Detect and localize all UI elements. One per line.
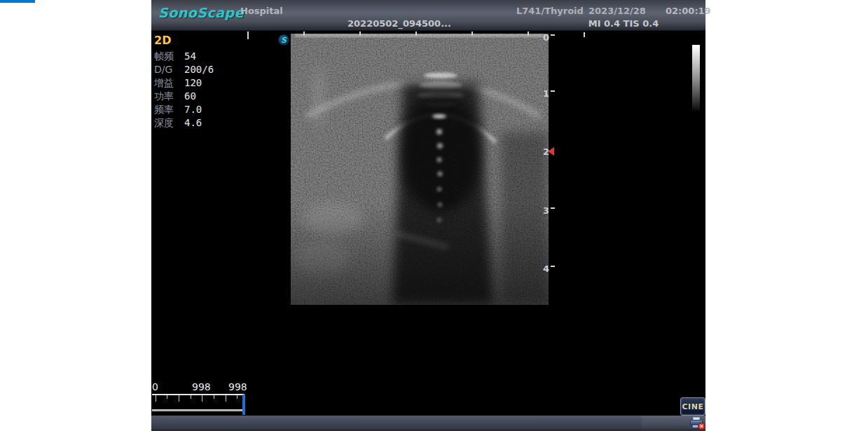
- depth-tick: [551, 34, 555, 36]
- top-ruler-tick: [471, 32, 473, 36]
- cine-tick: [226, 395, 226, 402]
- param-row-depth: 深度 4.6: [154, 117, 245, 130]
- top-ruler-tick: [359, 32, 361, 36]
- param-label: 帧频: [154, 50, 174, 63]
- depth-mark-4: 4: [537, 264, 549, 274]
- mode-label: 2D: [154, 34, 245, 47]
- probe-preset: L741/Thyroid: [516, 6, 584, 16]
- top-ruler-tick: [528, 32, 529, 36]
- cine-tick: [214, 395, 214, 399]
- system-date: 2023/12/28: [588, 6, 646, 16]
- system-time: 02:00:19: [666, 6, 711, 16]
- param-value: 7.0: [184, 104, 202, 115]
- param-label: 功率: [154, 90, 174, 103]
- param-row-gain: 增益 120: [154, 77, 245, 90]
- printer-status-icon[interactable]: ✕: [689, 417, 705, 430]
- printer-error-badge-icon: ✕: [698, 423, 705, 430]
- hospital-name: Hospital: [240, 6, 283, 16]
- cine-tick: [179, 395, 179, 402]
- cine-total-frames: 998: [192, 381, 211, 392]
- parameter-panel: 2D 帧频 54 D/G 200/6 增益 120 功率 60 频率 7.0: [154, 34, 245, 130]
- param-label: 深度: [154, 117, 174, 130]
- ultrasound-screen: SonoScape Hospital L741/Thyroid 2023/12/…: [151, 0, 705, 431]
- depth-tick: [551, 266, 555, 267]
- ultrasound-render: [291, 34, 549, 305]
- page-accent-bar: [0, 0, 35, 3]
- cine-start-frame: 0: [152, 381, 158, 392]
- focus-position-marker-icon[interactable]: [548, 147, 554, 156]
- depth-tick: [551, 90, 555, 92]
- top-status-bar: SonoScape Hospital L741/Thyroid 2023/12/…: [151, 0, 705, 31]
- param-value: 60: [184, 90, 196, 102]
- cine-tick: [167, 395, 167, 399]
- top-ruler-tick: [415, 32, 417, 36]
- s-icon-letter: S: [279, 35, 289, 46]
- cine-loop-widget: 0 998 998: [151, 381, 249, 416]
- grayscale-map-bar: [692, 45, 700, 112]
- param-row-frequency: 频率 7.0: [154, 104, 245, 117]
- brand-logo: SonoScape: [158, 5, 244, 20]
- cine-tick: [202, 395, 202, 402]
- bmode-ultrasound-image[interactable]: [291, 34, 549, 305]
- cine-tick: [156, 395, 156, 402]
- cine-progress-bar: [152, 409, 244, 411]
- param-row-power: 功率 60: [154, 90, 245, 104]
- depth-mark-1: 1: [537, 88, 549, 99]
- param-label: 增益: [154, 77, 174, 90]
- depth-tick: [551, 207, 555, 209]
- cine-tick: [191, 395, 191, 399]
- param-row-dg: D/G 200/6: [154, 64, 245, 77]
- param-value: 54: [184, 50, 196, 62]
- sonoscape-s-icon: S: [278, 34, 289, 46]
- param-label: 频率: [154, 104, 174, 116]
- mi-tis-indices: MI 0.4 TIS 0.4: [581, 18, 666, 29]
- top-ruler-tick: [584, 32, 585, 37]
- depth-mark-0: 0: [537, 32, 549, 43]
- cine-tick: [237, 395, 237, 399]
- param-value: 4.6: [184, 117, 202, 128]
- exam-id: 20220502_094500...: [329, 18, 469, 29]
- param-value: 120: [184, 77, 202, 88]
- page: SonoScape Hospital L741/Thyroid 2023/12/…: [0, 0, 868, 431]
- cine-current-frame: 998: [228, 381, 247, 392]
- param-label: D/G: [154, 64, 172, 75]
- top-ruler-tick: [303, 32, 305, 36]
- param-row-framerate: 帧频 54: [154, 50, 245, 64]
- cine-button[interactable]: CINE: [680, 397, 705, 416]
- cine-ruler[interactable]: [152, 394, 244, 409]
- depth-mark-3: 3: [537, 205, 549, 216]
- bottom-task-bar: [151, 416, 705, 431]
- top-ruler-tick: [247, 32, 249, 39]
- param-value: 200/6: [184, 64, 214, 75]
- cine-position-cursor[interactable]: [242, 395, 245, 415]
